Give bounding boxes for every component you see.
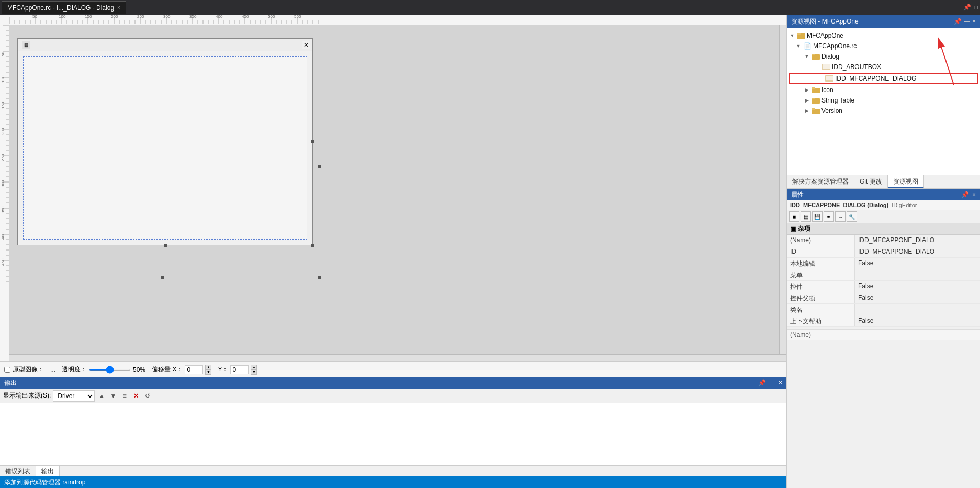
prop-row-menu: 菜单 [787, 269, 980, 281]
prototype-checkbox-input[interactable] [4, 367, 10, 373]
expand-icon-rc[interactable]: ▼ [795, 43, 802, 49]
tab-bar: MFCAppOne.rc - I..._DIALOG - Dialog × 📌 … [0, 0, 980, 15]
tree-item-aboutbox[interactable]: IDD_ABOUTBOX [787, 62, 980, 72]
expand-icon-icon[interactable]: ▶ [804, 87, 810, 93]
output-content[interactable] [0, 403, 786, 465]
prop-btn-6[interactable]: 🔧 [847, 211, 857, 222]
output-icon-wrap[interactable]: ↺ [143, 391, 152, 401]
resource-tabs: 解决方案资源管理器 Git 更改 资源视图 [787, 175, 980, 188]
dialog-menu-icon: ▦ [22, 41, 30, 49]
outer-resize-right[interactable] [318, 165, 321, 168]
expand-icon-string-table[interactable]: ▶ [804, 97, 810, 104]
output-title: 输出 [4, 379, 17, 388]
tab-dialog[interactable]: MFCAppOne.rc - I..._DIALOG - Dialog × [2, 1, 126, 14]
transparency-slider-group: 透明度： 50% [62, 365, 145, 374]
resize-handle-right[interactable] [311, 140, 314, 143]
output-icon-list[interactable]: ≡ [120, 391, 129, 401]
dialog-inner-area[interactable] [23, 56, 307, 240]
resource-tab-resource[interactable]: 资源视图 [888, 175, 924, 188]
tree-item-version[interactable]: ▶ Version [787, 106, 980, 116]
output-icon-down[interactable]: ▼ [108, 391, 118, 401]
prop-value-0[interactable]: IDD_MFCAPPONE_DIALO [855, 235, 980, 246]
ellipsis-btn[interactable]: ... [50, 366, 55, 373]
expand-icon-root[interactable]: ▼ [789, 32, 795, 39]
prop-row-classname: 类名 [787, 304, 980, 315]
prop-value-3[interactable] [855, 269, 980, 280]
prop-value-2[interactable]: False [855, 258, 980, 269]
misc-collapse-icon[interactable]: ▣ [790, 225, 796, 233]
pin-icon[interactable]: 📌 [963, 4, 971, 11]
svg-rect-13 [812, 108, 815, 110]
prop-btn-3[interactable]: 💾 [812, 211, 823, 222]
prop-value-1[interactable]: IDD_MFCAPPONE_DIALO [855, 246, 980, 257]
outer-resize-br[interactable] [318, 276, 321, 279]
prop-name-2: 本地编辑 [787, 258, 855, 269]
tree-item-root[interactable]: ▼ MFCAppOne [787, 30, 980, 41]
offset-y-group: Y： ▲ ▼ [218, 365, 257, 375]
resize-handle-bottom[interactable] [164, 244, 167, 247]
resource-tab-solution[interactable]: 解决方案资源管理器 [787, 175, 854, 188]
expand-icon-main-dialog [817, 75, 824, 82]
output-tabs-bar: 错误列表 输出 [0, 465, 786, 476]
tree-item-icon[interactable]: ▶ Icon [787, 85, 980, 95]
prop-value-7[interactable]: False [855, 315, 980, 326]
props-section-header-misc: ▣ 杂项 [787, 223, 980, 235]
prop-btn-1[interactable]: ■ [789, 211, 799, 222]
tree-item-dialog-folder[interactable]: ▼ Dialog [787, 51, 980, 62]
output-minimize-icon[interactable]: — [769, 379, 775, 387]
output-close-icon[interactable]: × [779, 379, 782, 387]
dialog-icon-aboutbox [822, 63, 830, 71]
window-icon[interactable]: □ [974, 4, 978, 11]
prototype-image-checkbox[interactable]: 原型图像： [4, 365, 44, 374]
resource-close-icon[interactable]: × [972, 18, 976, 25]
prop-btn-5[interactable]: → [835, 211, 846, 222]
prop-name-3: 菜单 [787, 269, 855, 280]
prop-value-6[interactable] [855, 304, 980, 315]
resource-pin-icon[interactable]: 📌 [954, 18, 962, 25]
tree-item-rc[interactable]: ▼ 📄 MFCAppOne.rc [787, 41, 980, 51]
properties-close-icon[interactable]: × [972, 191, 976, 198]
prop-value-4[interactable]: False [855, 281, 980, 292]
output-tab-output[interactable]: 输出 [36, 466, 60, 476]
dialog-close-button[interactable]: ✕ [302, 41, 310, 49]
offset-y-up[interactable]: ▲ [251, 365, 257, 370]
properties-title: 属性 [791, 190, 804, 199]
output-tab-errors[interactable]: 错误列表 [0, 466, 36, 476]
tab-close-icon[interactable]: × [117, 5, 120, 10]
prop-toolbar: ■ ▤ 💾 ✒ → 🔧 [787, 210, 980, 223]
status-bar: 添加到源代码管理器 raindrop [0, 476, 786, 488]
svg-rect-3 [812, 54, 815, 55]
tree-label-dialog-folder: Dialog [821, 53, 839, 60]
resource-minimize-icon[interactable]: — [964, 18, 970, 25]
offset-x-up[interactable]: ▲ [205, 365, 211, 370]
resource-tree-view[interactable]: ▼ MFCAppOne ▼ 📄 MFCAppOne.rc ▼ Dialog [787, 28, 980, 175]
canvas-scroll-right[interactable] [779, 25, 786, 354]
resize-handle-br[interactable] [311, 244, 314, 247]
prop-btn-2[interactable]: ▤ [801, 211, 811, 222]
output-toolbar: 显示输出来源(S): Driver ▲ ▼ ≡ ✕ ↺ [0, 389, 786, 403]
prop-value-5[interactable]: False [855, 292, 980, 303]
output-icon-up[interactable]: ▲ [97, 391, 106, 401]
expand-icon-version[interactable]: ▶ [804, 108, 810, 114]
transparency-label: 透明度： [62, 365, 87, 374]
output-pin-icon[interactable]: 📌 [758, 379, 766, 387]
prop-btn-4[interactable]: ✒ [824, 211, 834, 222]
tree-item-main-dialog[interactable]: IDD_MFCAPPONE_DIALOG [789, 73, 978, 84]
canvas-scroll-bottom[interactable] [9, 354, 786, 361]
properties-title-bar: IDD_MFCAPPONE_DIALOG (Dialog) IDlgEditor [787, 200, 980, 210]
prop-name-1: ID [787, 246, 855, 257]
output-icon-refresh[interactable]: ✕ [131, 391, 141, 401]
resource-tab-git[interactable]: Git 更改 [854, 175, 888, 188]
tree-label-root: MFCAppOne [807, 32, 843, 39]
expand-icon-dialog[interactable]: ▼ [804, 53, 810, 60]
properties-pin-icon[interactable]: 📌 [961, 191, 969, 198]
tree-item-string-table[interactable]: ▶ String Table [787, 95, 980, 106]
canvas-area[interactable]: ▦ ✕ [9, 25, 786, 354]
output-source-select[interactable]: Driver [53, 390, 95, 402]
transparency-slider[interactable] [89, 369, 131, 371]
outer-resize-bottom[interactable] [161, 276, 164, 279]
offset-x-down[interactable]: ▼ [205, 370, 211, 375]
offset-y-input[interactable] [230, 365, 249, 374]
offset-y-down[interactable]: ▼ [251, 370, 257, 375]
offset-x-input[interactable] [185, 365, 203, 374]
